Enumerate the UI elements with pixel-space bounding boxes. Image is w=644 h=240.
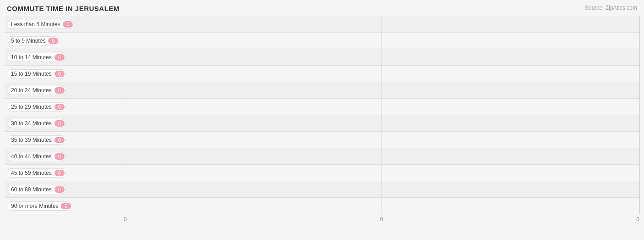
- bar-label-pill: 90 or more Minutes0: [7, 201, 72, 211]
- bar-label-text: 40 to 44 Minutes: [11, 153, 52, 160]
- bar-value-badge: 0: [55, 170, 65, 176]
- x-axis-label: 0: [295, 216, 467, 223]
- table-row: 15 to 19 Minutes0: [5, 66, 639, 82]
- bar-track: [124, 82, 639, 98]
- bar-label-wrapper: 90 or more Minutes0: [5, 201, 124, 211]
- bar-label-pill: 30 to 34 Minutes0: [7, 119, 66, 128]
- bar-value-badge: 0: [48, 38, 58, 44]
- bar-label-wrapper: 25 to 29 Minutes0: [5, 102, 124, 112]
- x-axis-label: 0: [124, 216, 295, 223]
- bar-label-pill: 25 to 29 Minutes0: [7, 102, 66, 112]
- bar-label-pill: 40 to 44 Minutes0: [7, 152, 66, 161]
- bar-track: [124, 198, 639, 214]
- table-row: 5 to 9 Minutes0: [5, 33, 639, 49]
- bar-track: [124, 115, 639, 131]
- bar-value-badge: 0: [63, 21, 73, 28]
- bar-label-text: 10 to 14 Minutes: [11, 54, 52, 61]
- chart-title: COMMUTE TIME IN JERUSALEM: [5, 5, 639, 12]
- bar-label-wrapper: 20 to 24 Minutes0: [5, 86, 124, 95]
- table-row: 30 to 34 Minutes0: [5, 115, 639, 132]
- x-axis-label: 0: [468, 216, 639, 223]
- bar-label-pill: 20 to 24 Minutes0: [7, 86, 66, 95]
- table-row: 10 to 14 Minutes0: [5, 49, 639, 66]
- bar-label-pill: 45 to 59 Minutes0: [7, 168, 66, 178]
- bar-value-badge: 0: [55, 104, 65, 110]
- table-row: 60 to 89 Minutes0: [5, 181, 639, 198]
- table-row: 40 to 44 Minutes0: [5, 148, 639, 165]
- table-row: 90 or more Minutes0: [5, 198, 639, 214]
- bar-label-text: 35 to 39 Minutes: [11, 137, 52, 143]
- bar-label-wrapper: 35 to 39 Minutes0: [5, 135, 124, 145]
- bar-label-wrapper: 45 to 59 Minutes0: [5, 168, 124, 178]
- bar-label-wrapper: 5 to 9 Minutes0: [5, 36, 124, 45]
- bar-label-wrapper: Less than 5 Minutes0: [5, 20, 124, 29]
- table-row: 20 to 24 Minutes0: [5, 82, 639, 99]
- bar-label-text: 45 to 59 Minutes: [11, 170, 52, 176]
- bar-label-pill: 10 to 14 Minutes0: [7, 53, 66, 62]
- bar-label-wrapper: 30 to 34 Minutes0: [5, 119, 124, 128]
- bar-label-text: 15 to 19 Minutes: [11, 71, 52, 77]
- chart-rows-container: Less than 5 Minutes05 to 9 Minutes010 to…: [5, 16, 639, 214]
- bar-track: [124, 99, 639, 115]
- bar-label-wrapper: 10 to 14 Minutes0: [5, 53, 124, 62]
- bar-label-text: 20 to 24 Minutes: [11, 87, 52, 94]
- vertical-grid-line: [639, 16, 640, 214]
- bar-label-pill: 5 to 9 Minutes0: [7, 36, 60, 45]
- bar-value-badge: 0: [55, 71, 65, 77]
- chart-container: COMMUTE TIME IN JERUSALEM Source: ZipAtl…: [0, 0, 644, 240]
- bar-value-badge: 0: [61, 203, 71, 209]
- bar-track: [124, 148, 639, 164]
- bar-track: [124, 132, 639, 148]
- bar-label-text: 25 to 29 Minutes: [11, 104, 52, 110]
- bar-track: [124, 33, 639, 49]
- bar-label-wrapper: 15 to 19 Minutes0: [5, 69, 124, 78]
- table-row: 25 to 29 Minutes0: [5, 99, 639, 115]
- bar-label-text: 90 or more Minutes: [11, 203, 58, 209]
- bar-label-text: Less than 5 Minutes: [11, 21, 60, 28]
- bar-track: [124, 165, 639, 181]
- bar-value-badge: 0: [55, 137, 65, 143]
- table-row: 35 to 39 Minutes0: [5, 132, 639, 148]
- bar-label-wrapper: 40 to 44 Minutes0: [5, 152, 124, 161]
- bar-value-badge: 0: [55, 153, 65, 160]
- bar-track: [124, 66, 639, 82]
- bar-label-wrapper: 60 to 89 Minutes0: [5, 185, 124, 194]
- bar-label-pill: 15 to 19 Minutes0: [7, 69, 66, 78]
- bar-label-text: 5 to 9 Minutes: [11, 38, 45, 44]
- bar-track: [124, 49, 639, 65]
- bar-label-text: 60 to 89 Minutes: [11, 186, 52, 193]
- bar-value-badge: 0: [55, 186, 65, 193]
- bar-label-pill: 60 to 89 Minutes0: [7, 185, 66, 194]
- bar-label-pill: Less than 5 Minutes0: [7, 20, 74, 29]
- bar-value-badge: 0: [55, 120, 65, 127]
- table-row: Less than 5 Minutes0: [5, 16, 639, 33]
- bar-label-text: 30 to 34 Minutes: [11, 120, 52, 127]
- bar-value-badge: 0: [55, 87, 65, 94]
- table-row: 45 to 59 Minutes0: [5, 165, 639, 181]
- bar-track: [124, 16, 639, 32]
- x-axis: 000: [5, 216, 639, 223]
- bar-label-pill: 35 to 39 Minutes0: [7, 135, 66, 145]
- source-label: Source: ZipAtlas.com: [585, 5, 637, 11]
- bar-track: [124, 181, 639, 197]
- bar-value-badge: 0: [55, 54, 65, 61]
